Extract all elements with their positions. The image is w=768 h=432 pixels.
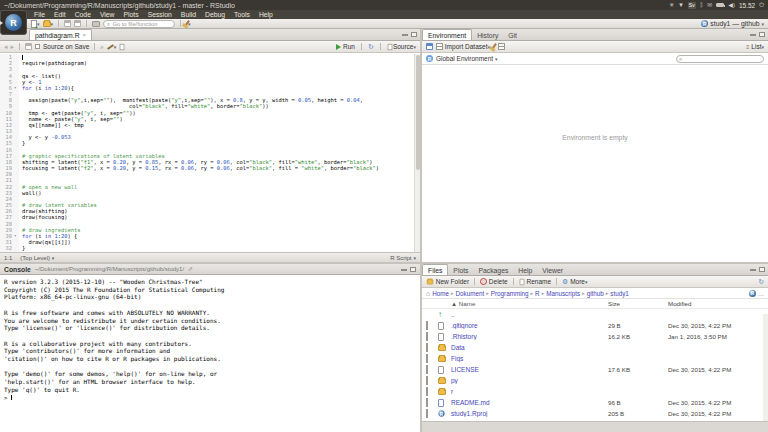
console-output[interactable]: R version 3.2.3 (2015-12-10) -- "Wooden … [0, 275, 420, 404]
minimize-pane-icon[interactable] [750, 267, 756, 271]
menu-tools[interactable]: Tools [234, 11, 250, 18]
rstudio-launcher-icon[interactable]: R [0, 10, 27, 35]
breadcrumb-options-icon[interactable]: … [758, 290, 764, 297]
maximize-pane-icon[interactable] [759, 32, 765, 37]
addins-button[interactable]: ▾ [186, 20, 191, 28]
tab-plots[interactable]: Plots [448, 266, 473, 275]
files-scrollbar[interactable] [763, 314, 768, 421]
file-checkbox[interactable] [426, 398, 428, 407]
find-replace-icon[interactable]: ⌕ [100, 44, 103, 50]
battery-icon[interactable] [716, 3, 724, 7]
list-view-selector[interactable]: ≡ List▾ [746, 43, 764, 51]
save-workspace-icon[interactable] [426, 43, 433, 50]
back-icon[interactable]: ◂ [4, 43, 8, 50]
editor-tab-pathdiagram[interactable]: pathdiagram.R × [29, 29, 92, 40]
tab-help[interactable]: Help [513, 266, 537, 275]
save-all-button[interactable] [74, 20, 81, 28]
menu-view[interactable]: View [100, 11, 115, 18]
grid-view-icon[interactable] [498, 43, 505, 50]
file-name-link[interactable]: Figs [451, 355, 608, 362]
goto-file-function-input[interactable]: ⌕ Go to file/function [103, 20, 175, 28]
breadcrumb-programming[interactable]: Programming [491, 290, 529, 297]
clock[interactable]: 15.52 [739, 2, 755, 9]
breadcrumb-dokument[interactable]: Dokument [456, 290, 485, 297]
breadcrumb-study1[interactable]: study1 [610, 290, 629, 297]
menu-code[interactable]: Code [75, 11, 91, 18]
file-name-link[interactable]: r [451, 388, 608, 395]
tab-history[interactable]: History [472, 31, 503, 40]
keyboard-layout-indicator[interactable]: Sv [688, 2, 696, 9]
maximize-pane-icon[interactable] [410, 267, 416, 272]
maximize-pane-icon[interactable] [411, 32, 417, 37]
save-button[interactable] [64, 20, 71, 28]
updates-icon[interactable]: ✳ [669, 2, 674, 8]
code-tools-icon[interactable]: ▾ [107, 43, 117, 51]
power-icon[interactable]: ⏻ [759, 2, 764, 8]
tab-environment[interactable]: Environment [422, 29, 472, 40]
filetype-selector[interactable]: R Script ▾ [390, 255, 416, 261]
breadcrumb-r[interactable]: R [535, 290, 540, 297]
tab-packages[interactable]: Packages [473, 266, 513, 275]
code-editor[interactable]: 12require(pathdiagram)34qs <- list()5y <… [0, 54, 420, 252]
open-directory-icon[interactable]: ⇗ [188, 266, 193, 273]
more-button[interactable]: ⚙ More▾ [562, 278, 587, 286]
scope-selector[interactable]: (Top Level) ▾ [20, 255, 54, 261]
mail-icon[interactable]: ✉ [707, 2, 712, 8]
minimize-pane-icon[interactable] [401, 267, 407, 271]
menu-build[interactable]: Build [181, 11, 196, 18]
new-file-button[interactable]: +▾ [31, 20, 40, 28]
code-line[interactable]: 19focusing = latent("f2", x = 0.20, y = … [0, 165, 420, 171]
file-name-link[interactable]: .. [451, 311, 608, 318]
column-modified[interactable]: Modified [668, 300, 764, 307]
menu-session[interactable]: Session [148, 11, 172, 18]
column-name[interactable]: ▲ Name [451, 300, 608, 307]
file-name-link[interactable]: .Rhistory [451, 333, 608, 340]
minimize-pane-icon[interactable] [750, 32, 756, 36]
code-line[interactable]: 32} [0, 245, 420, 251]
delete-button[interactable]: ○ Delete [480, 278, 508, 286]
file-name-link[interactable]: py [451, 377, 608, 384]
file-checkbox[interactable] [426, 409, 428, 418]
breadcrumb-home[interactable]: Home [432, 290, 449, 297]
tab-git[interactable]: Git [503, 31, 522, 40]
console-title[interactable]: Console [4, 266, 31, 273]
file-name-link[interactable]: study1.Rproj [451, 410, 608, 417]
new-folder-button[interactable]: New Folder [426, 278, 469, 286]
file-checkbox[interactable] [426, 365, 428, 374]
tab-files[interactable]: Files [422, 264, 448, 275]
menu-file[interactable]: File [34, 11, 45, 18]
menu-plots[interactable]: Plots [124, 11, 139, 18]
menu-help[interactable]: Help [259, 11, 273, 18]
minimize-pane-icon[interactable] [402, 32, 408, 36]
compile-report-icon[interactable] [120, 43, 125, 49]
tab-viewer[interactable]: Viewer [537, 266, 568, 275]
project-root-icon[interactable]: R [749, 290, 756, 297]
save-file-icon[interactable] [25, 43, 32, 50]
file-checkbox[interactable] [426, 376, 428, 385]
environment-search-input[interactable]: ⌕ [676, 55, 764, 63]
editor-scrollbar[interactable] [414, 54, 420, 252]
bluetooth-icon[interactable]: ᛒ [700, 2, 704, 8]
print-button[interactable] [92, 20, 100, 28]
rerun-icon[interactable]: ↻ [368, 43, 374, 50]
network-icon[interactable]: ▼ [678, 2, 684, 8]
file-name-link[interactable]: README.md [451, 399, 608, 406]
breadcrumb-github[interactable]: github [587, 290, 604, 297]
project-menu-button[interactable]: R study1 — github ▾ [701, 20, 764, 27]
open-file-button[interactable]: ▾ [43, 20, 54, 28]
file-name-link[interactable]: .gitignore [451, 322, 608, 329]
file-checkbox[interactable] [426, 321, 428, 330]
menu-debug[interactable]: Debug [205, 11, 225, 18]
breadcrumb-manuscripts[interactable]: Manuscripts [546, 290, 580, 297]
forward-icon[interactable]: ▸ [11, 43, 15, 50]
maximize-pane-icon[interactable] [759, 267, 765, 272]
clear-workspace-icon[interactable] [491, 43, 497, 50]
rename-button[interactable]: Rename [519, 278, 551, 286]
file-checkbox[interactable] [426, 387, 428, 396]
refresh-icon[interactable]: ↻ [758, 278, 764, 285]
file-checkbox[interactable] [426, 332, 428, 341]
volume-icon[interactable]: ◀) [728, 2, 735, 8]
run-button[interactable]: Run [336, 43, 355, 51]
file-checkbox[interactable] [426, 354, 428, 363]
file-checkbox[interactable] [426, 343, 428, 352]
